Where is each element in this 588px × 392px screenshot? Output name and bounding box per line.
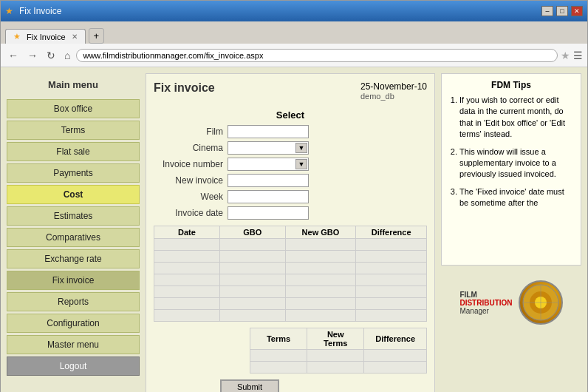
film-row: Film [154,125,427,138]
sidebar-item-configuration[interactable]: Configuration [7,314,140,333]
terms-diff-cell[interactable] [364,350,427,362]
invoice-date-input[interactable] [228,206,309,220]
minimize-button[interactable]: – [541,6,553,16]
sidebar-item-box-office[interactable]: Box office [7,99,140,118]
sidebar-item-terms[interactable]: Terms [7,121,140,140]
main-area: Fix invoice 25-November-10 demo_db Selec… [146,73,435,392]
sidebar-title: Main menu [7,73,140,99]
week-input[interactable] [228,190,309,203]
diff-cell[interactable] [356,251,427,263]
diff-cell[interactable] [356,298,427,310]
newgbo-cell[interactable] [285,263,356,274]
fdm-logo: FILM DISTRIBUTION Manager [441,280,581,325]
sidebar-item-logout[interactable]: Logout [7,356,140,376]
new-terms-cell[interactable] [307,362,364,374]
sidebar-item-reports[interactable]: Reports [7,292,140,311]
invoice-select-wrap: ▼ [228,158,309,171]
diff-cell[interactable] [356,310,427,322]
tip-3: The 'Fixed invoice' date must be sometim… [459,186,572,209]
new-terms-cell[interactable] [307,350,364,362]
diff-cell[interactable] [356,239,427,251]
close-button[interactable]: ✕ [571,6,583,16]
page-title: Fix invoice [154,81,215,95]
tip-1: If you wish to correct or edit data in t… [459,95,572,141]
newgbo-cell[interactable] [285,286,356,298]
terms-diff-cell[interactable] [364,362,427,374]
active-tab[interactable]: ★ Fix Invoice ✕ [5,29,86,44]
maximize-button[interactable]: □ [556,6,568,16]
gbo-cell[interactable] [219,251,285,263]
bookmark-icon[interactable]: ★ [561,50,570,61]
terms-row [250,362,427,374]
table-row [154,274,427,286]
fdm-tips-box: FDM Tips If you wish to correct or edit … [441,73,581,266]
browser-window: ★ Fix Invoice – □ ✕ ★ Fix Invoice ✕ + ← … [0,0,588,392]
terms-cell[interactable] [250,362,307,374]
week-label: Week [154,192,228,202]
new-invoice-input[interactable] [228,174,309,187]
gbo-cell[interactable] [219,286,285,298]
support-section: FDM support Submit Delete [154,379,427,392]
newgbo-cell[interactable] [285,239,356,251]
date-cell[interactable] [154,286,220,298]
url-bar[interactable] [76,49,558,62]
db-name: demo_db [360,92,427,101]
tip-2: This window will issue a supplementary i… [459,146,572,180]
diff-cell[interactable] [356,286,427,298]
gbo-cell[interactable] [219,298,285,310]
right-panel: FDM Tips If you wish to correct or edit … [441,73,581,392]
gbo-cell[interactable] [219,310,285,322]
gbo-cell[interactable] [219,239,285,251]
terms-cell[interactable] [250,350,307,362]
forward-button[interactable]: → [24,48,41,63]
diff-cell[interactable] [356,274,427,286]
sidebar-item-payments[interactable]: Payments [7,163,140,183]
back-button[interactable]: ← [5,48,21,63]
home-button[interactable]: ⌂ [61,48,73,63]
newgbo-cell[interactable] [285,298,356,310]
submit-button[interactable]: Submit [220,379,279,392]
invoice-number-row: Invoice number ▼ [154,158,427,171]
table-row [154,298,427,310]
sidebar-item-flat-sale[interactable]: Flat sale [7,142,140,161]
sidebar-item-estimates[interactable]: Estimates [7,206,140,226]
newgbo-cell[interactable] [285,310,356,322]
invoice-number-select[interactable] [228,158,309,171]
sidebar-item-master-menu[interactable]: Master menu [7,335,140,354]
menu-icon[interactable]: ☰ [573,50,583,61]
newgbo-cell[interactable] [285,251,356,263]
diff-cell[interactable] [356,263,427,274]
new-tab-button[interactable]: + [89,28,105,44]
fdm-logo-svg [522,284,559,321]
date-cell[interactable] [154,274,220,286]
sidebar-item-fix-invoice[interactable]: Fix invoice [7,271,140,290]
sidebar: Main menu Box office Terms Flat sale Pay… [7,73,140,392]
cinema-row: Cinema ▼ [154,141,427,155]
refresh-button[interactable]: ↻ [44,48,58,63]
sidebar-item-comparatives[interactable]: Comparatives [7,228,140,247]
fdm-tips-content[interactable]: If you wish to correct or edit data in t… [448,95,575,257]
cinema-select[interactable] [228,141,309,155]
sidebar-item-exchange-rate[interactable]: Exchange rate [7,249,140,268]
new-invoice-label: New invoice [154,175,228,186]
gbo-cell[interactable] [219,263,285,274]
gbo-cell[interactable] [219,274,285,286]
newgbo-cell[interactable] [285,274,356,286]
terms-table: Terms New Terms Difference [250,328,427,374]
cinema-select-wrap: ▼ [228,141,309,155]
date-cell[interactable] [154,263,220,274]
date-info: 25-November-10 demo_db [360,81,427,101]
invoice-number-label: Invoice number [154,159,228,169]
terms-col-header: Terms [250,328,307,350]
date-cell[interactable] [154,298,220,310]
tab-close-button[interactable]: ✕ [72,33,78,41]
date-cell[interactable] [154,239,220,251]
date-cell[interactable] [154,310,220,322]
table-row [154,251,427,263]
terms-row [250,350,427,362]
fdm-film-text: FILM [459,291,512,299]
form-section: Film Cinema ▼ Invoice number [154,125,427,392]
film-input[interactable] [228,125,309,138]
sidebar-item-cost[interactable]: Cost [7,185,140,204]
date-cell[interactable] [154,251,220,263]
